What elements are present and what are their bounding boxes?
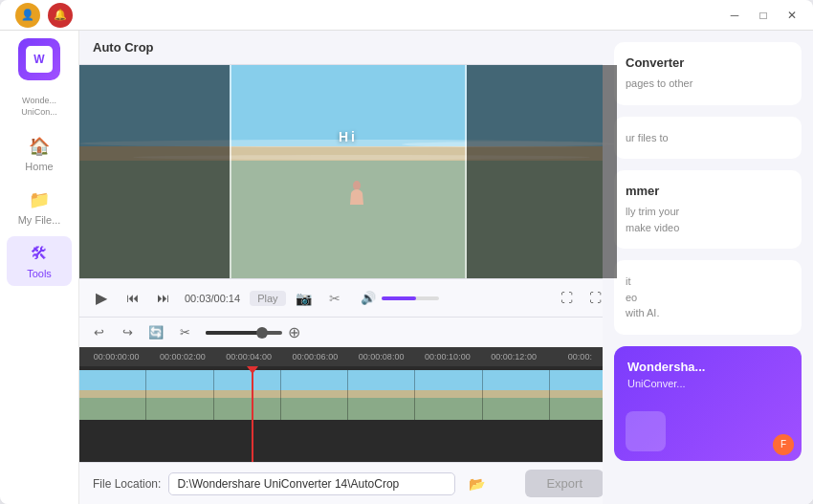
file-path-display[interactable]: D:\Wondershare UniConverter 14\AutoCrop (168, 472, 455, 495)
crop-overlay-left (79, 65, 230, 278)
time-tick-6: 00:00:12:00 (481, 352, 547, 362)
promo-subtitle: UniConver... (627, 378, 788, 389)
zoom-add-button[interactable]: ⊕ (288, 323, 300, 341)
timeline-thumb-6 (483, 370, 550, 420)
content-area: Converter pages to other ur files to mme… (79, 31, 813, 504)
file-location-label: File Location: (93, 477, 161, 491)
promo-card: Wondersha... UniConver... F (614, 346, 802, 461)
timeline-playhead[interactable] (252, 366, 253, 462)
fit-screen-button[interactable]: ⛶ (554, 286, 579, 311)
time-tick-1: 00:00:02:00 (149, 352, 215, 362)
bg-section-converter: Converter pages to other (614, 42, 802, 105)
fullscreen-btns: ⛶ ⛶ (554, 286, 607, 311)
app-name: Wonde... UniCon... (21, 96, 57, 118)
bg-trimmer-text2: make video (626, 220, 790, 236)
promo-badge: F (773, 434, 794, 455)
export-button[interactable]: Export (525, 470, 604, 497)
next-frame-button[interactable]: ⏭ (150, 286, 175, 311)
video-controls: ▶ ⏮ ⏭ 00:03/00:14 Play 📷 ✂ 🔊 (79, 278, 617, 317)
browse-folder-button[interactable]: 📂 (463, 471, 490, 497)
time-tick-5: 00:00:10:00 (414, 352, 480, 362)
prev-frame-button[interactable]: ⏮ (120, 286, 144, 311)
sidebar-item-tools-label: Tools (27, 268, 52, 279)
bg-trimmer-text1: lly trim your (626, 204, 790, 220)
tools-icon: 🛠 (31, 244, 48, 264)
modal-title: Auto Crop (93, 40, 154, 55)
timeline-strip (79, 370, 617, 420)
snapshot-button[interactable]: 📷 (292, 286, 317, 311)
bg-section-ai: it eo with AI. (614, 260, 802, 335)
title-bar-icons: 👤 🔔 (15, 3, 73, 28)
timeline-thumb-1 (146, 370, 213, 420)
home-icon: 🏠 (29, 136, 50, 157)
video-display: Hi (79, 65, 617, 278)
timeline-thumb-4 (348, 370, 415, 420)
app-window: 👤 🔔 ─ □ ✕ W Wonde... UniCon... 🏠 Home (0, 0, 813, 504)
close-button[interactable]: ✕ (779, 5, 805, 26)
play-label: Play (250, 291, 285, 306)
profile-icon[interactable]: 👤 (15, 3, 40, 28)
bg-section-trimmer: mmer lly trim your make video (614, 170, 802, 249)
play-button[interactable]: ▶ (89, 286, 114, 311)
zoom-handle[interactable] (256, 327, 268, 339)
time-tick-2: 00:00:04:00 (216, 352, 282, 362)
cut-button[interactable]: ✂ (173, 321, 196, 344)
title-bar-controls: ─ □ ✕ (721, 5, 805, 26)
footer-bar: File Location: D:\Wondershare UniConvert… (79, 462, 617, 504)
sidebar-item-home[interactable]: 🏠 Home (7, 129, 72, 179)
sidebar-item-files-label: My File... (18, 214, 61, 226)
bg-files-text: ur files to (626, 130, 790, 146)
bg-converter-title: Converter (626, 55, 790, 70)
timeline-zoom-slider[interactable] (206, 331, 282, 335)
time-ruler: 00:00:00:00 00:00:02:00 00:00:04:00 00:0… (79, 347, 617, 366)
bg-ai-text3: with AI. (626, 305, 790, 321)
undo-button[interactable]: ↩ (87, 321, 110, 344)
volume-fill (382, 296, 416, 300)
crop-button[interactable]: ✂ (322, 286, 347, 311)
video-text-overlay: Hi (79, 129, 617, 144)
bg-panel: Converter pages to other ur files to mme… (603, 31, 813, 504)
bg-converter-text: pages to other (626, 76, 790, 92)
sidebar-item-home-label: Home (25, 161, 53, 172)
notification-icon[interactable]: 🔔 (48, 3, 73, 28)
time-tick-0: 00:00:00:00 (83, 352, 149, 362)
volume-icon: 🔊 (361, 291, 376, 305)
bg-ai-text1: it (626, 274, 790, 290)
maximize-button[interactable]: □ (750, 5, 777, 26)
timeline-thumb-2 (214, 370, 281, 420)
sidebar-item-my-files[interactable]: 📁 My File... (7, 183, 72, 232)
minimize-button[interactable]: ─ (721, 5, 748, 26)
bg-trimmer-title: mmer (626, 184, 790, 198)
timeline-area: 00:00:00:00 00:00:02:00 00:00:04:00 00:0… (79, 347, 617, 462)
sidebar: W Wonde... UniCon... 🏠 Home 📁 My File...… (0, 31, 79, 504)
timeline-zoom-fill (206, 331, 259, 335)
video-area: Hi ▶ ⏮ ⏭ 00:03/00:14 (79, 65, 617, 504)
refresh-button[interactable]: 🔄 (144, 321, 167, 344)
title-bar: 👤 🔔 ─ □ ✕ (0, 0, 813, 31)
promo-icon (626, 411, 666, 451)
sidebar-item-tools[interactable]: 🛠 Tools (7, 236, 72, 286)
bg-section-files: ur files to (614, 117, 802, 160)
person-silhouette (348, 180, 365, 210)
volume-slider[interactable] (382, 296, 439, 300)
logo-inner: W (26, 46, 53, 73)
promo-title: Wondersha... (627, 360, 788, 374)
crop-line-left (230, 65, 231, 278)
timeline-thumb-0 (79, 370, 146, 420)
redo-button[interactable]: ↪ (116, 321, 139, 344)
crop-line-right (465, 65, 467, 278)
main-layout: W Wonde... UniCon... 🏠 Home 📁 My File...… (0, 31, 813, 504)
bg-ai-text2: eo (626, 290, 790, 306)
time-display: 00:03/00:14 (185, 293, 240, 304)
svg-point-0 (353, 181, 361, 190)
timeline-track[interactable] (79, 366, 617, 462)
files-icon: 📁 (29, 189, 50, 210)
time-tick-3: 00:00:06:00 (282, 352, 348, 362)
timeline-toolbar: ↩ ↪ 🔄 ✂ ⊕ (79, 317, 617, 347)
timeline-thumb-3 (281, 370, 348, 420)
timeline-thumb-5 (415, 370, 482, 420)
app-logo: W (18, 38, 60, 80)
time-tick-4: 00:00:08:00 (348, 352, 414, 362)
crop-overlay-right (467, 65, 617, 278)
